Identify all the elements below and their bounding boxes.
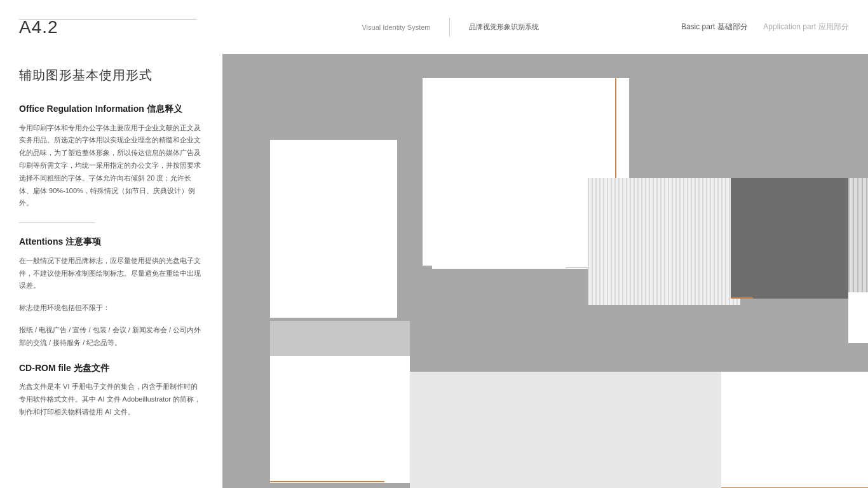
shape-white-rightbottom [848, 292, 868, 343]
header-center: Visual Identity System 品牌视觉形象识别系统 [222, 18, 679, 37]
left-panel: 辅助图形基本使用形式 Office Regulation Information… [0, 54, 222, 488]
section1-body: 专用印刷字体和专用办公字体主要应用于企业文献的正文及实务用品。所选定的字体用以实… [19, 122, 203, 210]
section3-body: 光盘文件是本 VI 手册电子文件的集合，内含手册制作时的专用软件格式文件。其中 … [19, 381, 203, 418]
shape-white-botright [721, 372, 868, 488]
page-id: A4.2 [19, 17, 203, 37]
section2: Attentions 注意事项 在一般情况下使用品牌标志，应尽量使用提供的光盘电… [19, 236, 203, 349]
section-divider-1 [19, 222, 95, 223]
section3: CD-ROM file 光盘文件 光盘文件是本 VI 手册电子文件的集合，内含手… [19, 362, 203, 419]
shape-lightgray-botcenter [410, 372, 556, 488]
header-left: A4.2 [0, 4, 222, 50]
shape-lightgray-botcenterright [556, 372, 721, 488]
right-panel [222, 54, 868, 488]
main-title: 辅助图形基本使用形式 [19, 67, 203, 84]
accent-orange-h4 [270, 481, 384, 482]
header-right: Basic part基础部分 Application part应用部分 [679, 22, 868, 32]
vi-system-cn: 品牌视觉形象识别系统 [469, 22, 539, 32]
vi-system-en: Visual Identity System [362, 24, 430, 31]
shape-darkgray-right [731, 178, 848, 299]
section2-body2: 标志使用环境包括但不限于： [19, 302, 203, 315]
header: A4.2 Visual Identity System 品牌视觉形象识别系统 B… [0, 0, 868, 54]
section2-subtitle: Attentions 注意事项 [19, 236, 203, 248]
section1-subtitle: Office Regulation Information 信息释义 [19, 103, 203, 116]
section1: Office Regulation Information 信息释义 专用印刷字… [19, 103, 203, 210]
header-center-divider [449, 18, 450, 37]
shape-stripe-right [848, 178, 868, 292]
shape-white-mid [270, 140, 397, 318]
accent-gray-h1 [566, 268, 588, 268]
shape-white-botleft [270, 356, 410, 483]
nav-basic[interactable]: Basic part基础部分 [679, 22, 748, 32]
shape-stripe-topright [588, 178, 740, 305]
header-top-divider [19, 19, 197, 20]
accent-orange-h3 [731, 297, 753, 299]
section2-body3: 报纸 / 电视广告 / 宣传 / 包装 / 会议 / 新闻发布会 / 公司内外部… [19, 324, 203, 349]
shapes-container [222, 54, 868, 488]
shape-medgray-mid [270, 321, 410, 356]
section3-subtitle: CD-ROM file 光盘文件 [19, 362, 203, 375]
section2-body1: 在一般情况下使用品牌标志，应尽量使用提供的光盘电子文件，不建议使用标准制图绘制标… [19, 255, 203, 292]
nav-application[interactable]: Application part应用部分 [761, 22, 849, 32]
